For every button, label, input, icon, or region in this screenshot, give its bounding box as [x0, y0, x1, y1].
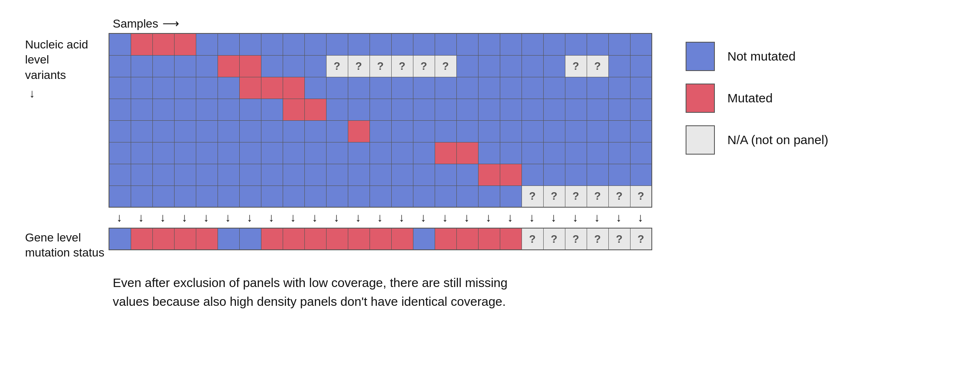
- grid-cell: [500, 164, 522, 185]
- table-row: ? ? ? ? ? ? ? ?: [109, 55, 652, 77]
- grid-cell: [608, 55, 630, 77]
- grid-cell: [587, 142, 608, 164]
- table-row: [109, 120, 652, 142]
- grid-cell: [326, 33, 348, 55]
- grid-cell: [413, 228, 435, 250]
- grid-cell: [543, 55, 565, 77]
- grid-cell: [500, 33, 522, 55]
- grid-cell: [435, 142, 456, 164]
- grid-cell: [522, 55, 543, 77]
- y-axis-arrow-icon: ↓: [29, 87, 35, 100]
- grid-cell: [565, 99, 587, 120]
- grid-cell: [522, 77, 543, 99]
- grid-cell: [326, 99, 348, 120]
- grid-cell: [131, 142, 152, 164]
- grid-cell-na: ?: [565, 55, 587, 77]
- down-arrow-icon: ↓: [456, 211, 478, 224]
- grid-cell: [500, 228, 522, 250]
- main-container: Samples ⟶ Nucleic acid level variants ↓: [0, 0, 980, 328]
- grid-cell: [630, 33, 652, 55]
- grid-cell: [543, 33, 565, 55]
- grid-cell: [565, 77, 587, 99]
- grid-cell: [261, 164, 283, 185]
- grid-cell: [304, 77, 326, 99]
- table-row: [109, 33, 652, 55]
- grid-cell-na: ?: [543, 185, 565, 207]
- grid-cell: [174, 77, 196, 99]
- grid-cell: [630, 55, 652, 77]
- grid-cell: [304, 185, 326, 207]
- grid-cell-na: ?: [608, 185, 630, 207]
- grid-cell: [565, 120, 587, 142]
- grid-cell: [565, 33, 587, 55]
- down-arrow-icon: ↓: [391, 211, 413, 224]
- gene-label-line1: Gene level: [25, 231, 81, 244]
- down-arrow-icon: ↓: [565, 211, 586, 224]
- grid-cell: [196, 77, 218, 99]
- down-arrow-icon: ↓: [608, 211, 630, 224]
- down-arrow-icon: ↓: [347, 211, 369, 224]
- grid-cell: [174, 120, 196, 142]
- table-row: [109, 142, 652, 164]
- grid-cell: [348, 228, 370, 250]
- grid-cell: [608, 77, 630, 99]
- grid-cell: [435, 185, 456, 207]
- grid-cell: [283, 55, 304, 77]
- grid-cell: [478, 185, 500, 207]
- legend-item-na: N/A (not on panel): [686, 125, 832, 155]
- down-arrow-icon: ↓: [217, 211, 239, 224]
- grid-cell: [239, 120, 261, 142]
- grid-cell: [456, 77, 478, 99]
- grid-cell: [174, 55, 196, 77]
- grid-cell: [239, 164, 261, 185]
- grid-cell-na: ?: [348, 55, 370, 77]
- down-arrow-icon: ↓: [109, 211, 130, 224]
- grid-cell-na: ?: [370, 55, 391, 77]
- grid-cell: [239, 99, 261, 120]
- legend-item-mutated: Mutated: [686, 84, 832, 113]
- grid-cell-na: ?: [587, 55, 608, 77]
- grid-cell: [196, 33, 218, 55]
- grid-cell: [152, 55, 174, 77]
- grid-cell: [196, 185, 218, 207]
- grid-cell: [478, 228, 500, 250]
- column-arrows: ↓ ↓ ↓ ↓ ↓ ↓ ↓ ↓ ↓ ↓ ↓ ↓ ↓ ↓ ↓ ↓ ↓: [109, 211, 652, 224]
- table-row: [109, 77, 652, 99]
- grid-cell: [283, 99, 304, 120]
- grid-cell: [152, 33, 174, 55]
- grid-cell: [326, 120, 348, 142]
- grid-cell: [239, 77, 261, 99]
- grid-section: Nucleic acid level variants ↓: [25, 33, 652, 228]
- grid-cell: [630, 164, 652, 185]
- grid-cell: [391, 33, 413, 55]
- caption-line1: Even after exclusion of panels with low …: [113, 276, 507, 290]
- gene-level-grid: ? ? ? ? ? ?: [109, 228, 652, 250]
- grid-cell: [522, 33, 543, 55]
- gene-level-section: Gene level mutation status: [25, 228, 652, 261]
- grid-cell: [218, 142, 239, 164]
- grid-cell: [304, 142, 326, 164]
- down-arrow-icon: ↓: [521, 211, 543, 224]
- grid-cell: [630, 120, 652, 142]
- grid-cell: [304, 99, 326, 120]
- grid-cell: [196, 228, 218, 250]
- grid-cell: [413, 77, 435, 99]
- down-arrow-icon: ↓: [326, 211, 347, 224]
- grid-cell-na: ?: [587, 228, 608, 250]
- grid-cell: [218, 164, 239, 185]
- grid-cell: [370, 142, 391, 164]
- grid-cell: [522, 99, 543, 120]
- grid-cell-na: ?: [565, 228, 587, 250]
- grid-cell: [109, 228, 131, 250]
- grid-cell: [304, 33, 326, 55]
- grid-cell: [283, 185, 304, 207]
- grid-cell: [174, 228, 196, 250]
- grid-cell: [196, 55, 218, 77]
- nucleic-acid-grid: ? ? ? ? ? ? ? ?: [109, 33, 652, 208]
- grid-cell: [370, 33, 391, 55]
- grid-cell: [283, 120, 304, 142]
- grid-cell-na: ?: [543, 228, 565, 250]
- grid-cell: [608, 120, 630, 142]
- legend-box-blue: [686, 42, 715, 71]
- grid-cell: [218, 185, 239, 207]
